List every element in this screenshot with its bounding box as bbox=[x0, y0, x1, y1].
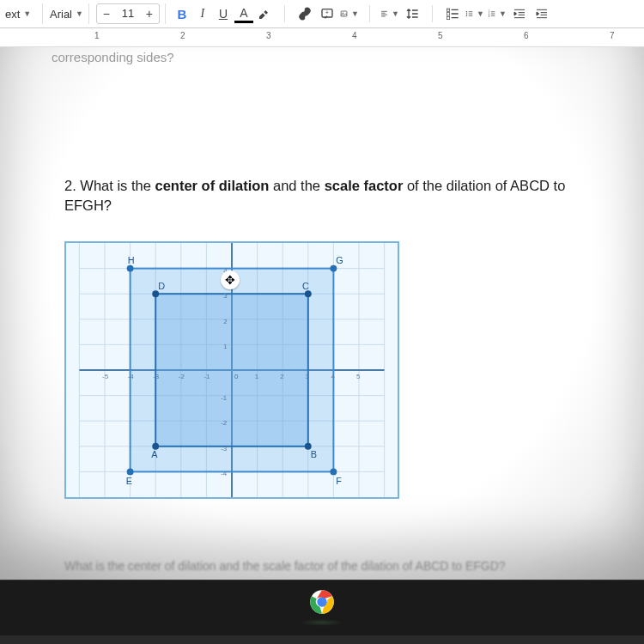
svg-text:0: 0 bbox=[234, 373, 239, 380]
font-size-value[interactable]: 11 bbox=[116, 4, 140, 23]
font-size-control: − 11 + bbox=[91, 3, 166, 24]
insert-link-button[interactable] bbox=[295, 4, 314, 23]
svg-text:-5: -5 bbox=[102, 373, 109, 380]
svg-point-38 bbox=[330, 265, 337, 272]
svg-rect-6 bbox=[447, 16, 449, 19]
comment-icon: + bbox=[320, 7, 334, 21]
svg-text:2: 2 bbox=[223, 318, 227, 325]
vertex-b: B bbox=[311, 449, 317, 459]
bullet-list-icon bbox=[465, 7, 473, 21]
highlighter-icon bbox=[258, 7, 271, 21]
toolbar-separator bbox=[369, 5, 370, 22]
increase-indent-button[interactable] bbox=[532, 4, 551, 23]
vertex-f: F bbox=[336, 476, 342, 486]
decrease-indent-button[interactable] bbox=[510, 4, 529, 23]
svg-rect-5 bbox=[447, 13, 449, 15]
vertex-c: C bbox=[302, 281, 309, 291]
laptop-hinge bbox=[301, 619, 343, 626]
svg-text:-4: -4 bbox=[221, 471, 228, 478]
line-spacing-button[interactable] bbox=[403, 4, 422, 23]
style-dropdown[interactable]: ext ▼ bbox=[0, 3, 43, 24]
numbered-list-icon: 123 bbox=[488, 7, 495, 21]
coordinate-graph[interactable]: H G E F D C A B -5-4-3-2-1012345 4321-1-… bbox=[64, 241, 399, 499]
vertex-g: G bbox=[336, 255, 343, 265]
formatting-toolbar: ext ▼ Arial ▼ − 11 + B I U A + ▼ bbox=[0, 0, 644, 28]
highlight-button[interactable] bbox=[255, 4, 274, 23]
toolbar-separator bbox=[432, 5, 433, 22]
ruler-mark: 3 bbox=[266, 31, 271, 40]
svg-text:-2: -2 bbox=[221, 419, 227, 427]
svg-text:-2: -2 bbox=[179, 373, 185, 380]
svg-point-9 bbox=[466, 15, 468, 17]
chevron-down-icon: ▼ bbox=[499, 9, 507, 18]
svg-text:4: 4 bbox=[331, 373, 335, 380]
toolbar-separator bbox=[284, 5, 285, 22]
document-body[interactable]: corresponding sides? 2. What is the cent… bbox=[0, 47, 644, 580]
ruler-mark: 4 bbox=[352, 31, 357, 40]
svg-point-41 bbox=[152, 290, 159, 297]
svg-point-8 bbox=[466, 13, 468, 15]
ruler-mark: 5 bbox=[438, 31, 443, 40]
chevron-down-icon: ▼ bbox=[23, 9, 31, 18]
svg-text:+: + bbox=[325, 9, 329, 15]
image-icon bbox=[340, 7, 348, 21]
svg-rect-36 bbox=[155, 294, 308, 447]
svg-point-39 bbox=[330, 469, 337, 476]
svg-text:-3: -3 bbox=[153, 373, 160, 380]
svg-text:-1: -1 bbox=[221, 394, 227, 402]
chrome-icon[interactable] bbox=[309, 589, 335, 615]
vertex-a: A bbox=[151, 449, 158, 459]
align-left-icon bbox=[380, 7, 388, 21]
svg-point-67 bbox=[317, 597, 326, 606]
bulleted-list-button[interactable]: ▼ bbox=[465, 4, 484, 23]
insert-comment-button[interactable]: + bbox=[318, 4, 337, 23]
svg-text:-3: -3 bbox=[221, 445, 228, 453]
vertex-d: D bbox=[158, 281, 165, 291]
vertex-h: H bbox=[128, 255, 135, 265]
link-icon bbox=[298, 7, 312, 21]
indent-increase-icon bbox=[535, 7, 549, 21]
svg-point-3 bbox=[343, 12, 344, 14]
laptop-bezel bbox=[0, 580, 644, 635]
checklist-button[interactable] bbox=[443, 4, 462, 23]
underline-button[interactable]: U bbox=[214, 4, 233, 23]
chevron-down-icon: ▼ bbox=[477, 9, 484, 18]
insert-image-button[interactable]: ▼ bbox=[340, 4, 359, 23]
svg-point-37 bbox=[127, 265, 134, 272]
question-number: 2. bbox=[64, 178, 76, 193]
decrease-font-button[interactable]: − bbox=[97, 4, 116, 23]
align-button[interactable]: ▼ bbox=[380, 4, 399, 23]
bold-term-2: scale factor bbox=[325, 178, 404, 193]
chevron-down-icon: ▼ bbox=[76, 9, 83, 18]
ruler-mark: 7 bbox=[610, 31, 615, 40]
bold-button[interactable]: B bbox=[173, 4, 191, 23]
line-spacing-icon bbox=[405, 7, 419, 21]
numbered-list-button[interactable]: 123 ▼ bbox=[488, 4, 507, 23]
svg-text:-1: -1 bbox=[204, 373, 210, 380]
svg-point-7 bbox=[466, 11, 468, 13]
increase-font-button[interactable]: + bbox=[140, 4, 159, 23]
partial-next-question: What is the center of dilation and the s… bbox=[64, 559, 506, 573]
checklist-icon bbox=[446, 7, 459, 21]
italic-button[interactable]: I bbox=[193, 4, 212, 23]
svg-text:3: 3 bbox=[306, 373, 310, 380]
svg-text:3: 3 bbox=[223, 292, 228, 300]
vertex-e: E bbox=[126, 476, 132, 486]
svg-point-40 bbox=[127, 469, 134, 476]
indent-decrease-icon bbox=[513, 7, 526, 21]
document-ruler[interactable]: ▾ 1 2 3 4 5 6 7 bbox=[0, 28, 644, 47]
ruler-mark: 2 bbox=[180, 31, 185, 40]
font-dropdown[interactable]: Arial ▼ bbox=[45, 3, 89, 24]
svg-text:5: 5 bbox=[356, 373, 361, 380]
svg-text:-4: -4 bbox=[128, 373, 135, 380]
question-text: 2. What is the center of dilation and th… bbox=[64, 176, 601, 216]
ruler-mark: 6 bbox=[524, 31, 529, 40]
svg-text:1: 1 bbox=[255, 373, 258, 380]
chevron-down-icon: ▼ bbox=[392, 9, 399, 18]
bold-term-1: center of dilation bbox=[155, 178, 269, 193]
partial-question-text: corresponding sides? bbox=[43, 47, 601, 64]
text-color-button[interactable]: A bbox=[234, 4, 253, 23]
ruler-mark: 1 bbox=[94, 31, 100, 40]
chevron-down-icon: ▼ bbox=[351, 9, 359, 18]
style-label: ext bbox=[5, 8, 20, 21]
